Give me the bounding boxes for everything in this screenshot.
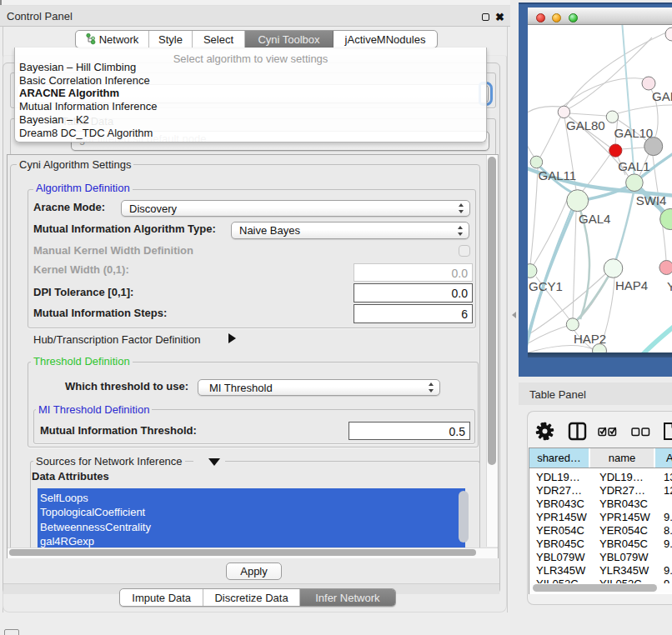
svg-text:SWI4: SWI4 xyxy=(636,193,667,208)
svg-text:GAL4: GAL4 xyxy=(579,212,610,226)
svg-text:GCY1: GCY1 xyxy=(529,279,563,293)
svg-text:GAL: GAL xyxy=(652,89,672,103)
svg-text:HAP4: HAP4 xyxy=(615,278,648,292)
svg-text:GAL11: GAL11 xyxy=(539,168,577,182)
svg-text:GAL10: GAL10 xyxy=(614,126,654,140)
svg-text:Y: Y xyxy=(667,279,672,293)
svg-text:GAL80: GAL80 xyxy=(566,118,605,132)
svg-text:GAL1: GAL1 xyxy=(618,159,649,173)
svg-text:HAP2: HAP2 xyxy=(574,332,606,346)
